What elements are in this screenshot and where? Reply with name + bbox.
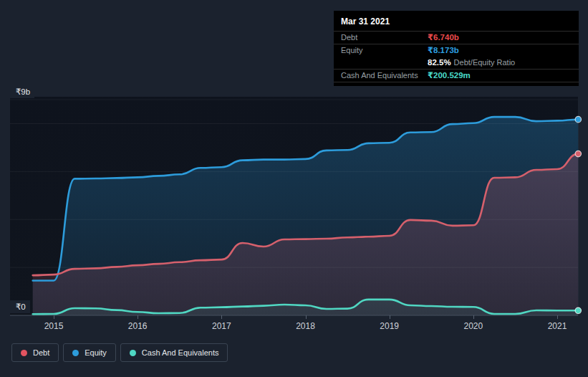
legend-item-equity[interactable]: Equity	[63, 343, 116, 362]
legend-item-debt[interactable]: Debt	[11, 343, 59, 362]
x-axis-tick	[473, 315, 474, 319]
x-axis-label-2021: 2021	[548, 321, 567, 331]
tooltip-cash-label: Cash And Equivalents	[341, 70, 418, 82]
equity-endpoint-marker	[575, 116, 581, 122]
tooltip-cash-value: ₹200.529m	[428, 70, 471, 82]
y-axis-max-label: ₹9b	[10, 85, 34, 98]
x-axis-label-2020: 2020	[463, 321, 483, 331]
legend: Debt Equity Cash And Equivalents	[11, 343, 228, 362]
tooltip-debt-row: Debt ₹6.740b	[334, 32, 579, 44]
debt-equity-history-chart: ₹9b ₹0 2015201620172018201920202021 Debt…	[0, 0, 588, 377]
plot-area[interactable]	[10, 97, 578, 315]
x-axis-tick	[390, 315, 390, 319]
tooltip-ratio-row: 82.5%Debt/Equity Ratio	[334, 57, 579, 69]
debt-legend-dot-icon	[21, 350, 27, 356]
chart-canvas	[10, 97, 578, 315]
tooltip-date: Mar 31 2021	[334, 11, 579, 31]
x-axis-tick	[138, 315, 138, 319]
legend-debt-label: Debt	[33, 348, 49, 357]
legend-item-cash[interactable]: Cash And Equivalents	[120, 343, 228, 362]
tooltip-equity-value: ₹8.173b	[428, 44, 459, 57]
cash-endpoint-marker	[575, 307, 581, 313]
tooltip-debt-value: ₹6.740b	[428, 32, 459, 44]
x-axis-label-2016: 2016	[128, 321, 148, 331]
cash-legend-dot-icon	[130, 350, 136, 356]
debt-endpoint-marker	[575, 151, 581, 156]
tooltip-ratio-value: 82.5%	[428, 58, 451, 67]
y-axis-zero-label: ₹0	[10, 300, 30, 313]
equity-legend-dot-icon	[72, 350, 79, 356]
x-axis-tick	[54, 315, 54, 319]
x-axis-label-2017: 2017	[212, 321, 231, 331]
x-axis-label-2015: 2015	[44, 321, 64, 331]
tooltip-equity-label: Equity	[341, 44, 363, 57]
hover-tooltip: Mar 31 2021 Debt ₹6.740b Equity ₹8.173b …	[334, 11, 579, 86]
legend-equity-label: Equity	[85, 348, 107, 357]
tooltip-equity-row: Equity ₹8.173b	[334, 44, 579, 57]
x-axis-tick	[557, 315, 558, 319]
tooltip-ratio-label: Debt/Equity Ratio	[454, 58, 516, 67]
tooltip-debt-label: Debt	[341, 32, 357, 44]
x-axis-label-2019: 2019	[380, 321, 399, 331]
x-axis-label-2018: 2018	[296, 321, 315, 331]
tooltip-cash-row: Cash And Equivalents ₹200.529m	[334, 70, 579, 82]
x-axis-tick	[306, 315, 307, 319]
legend-cash-label: Cash And Equivalents	[142, 348, 219, 357]
x-axis-tick	[221, 315, 222, 319]
